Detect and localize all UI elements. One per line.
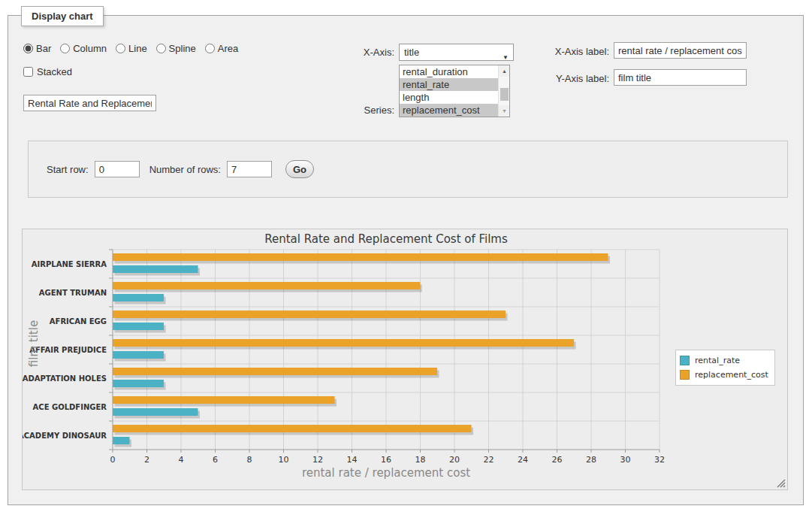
chart-type-label-bar: Bar	[36, 43, 51, 54]
series-option-rental-rate[interactable]: rental_rate	[400, 78, 498, 91]
chart-x-axis-title: rental rate / replacement cost	[113, 466, 660, 480]
svg-text:AIRPLANE SIERRA: AIRPLANE SIERRA	[32, 260, 107, 268]
chart-type-radio-spline[interactable]	[156, 44, 166, 53]
chart-type-radio-group: Bar Column Line Spline Area	[23, 43, 244, 54]
scroll-up-icon[interactable]: ▲	[499, 65, 510, 77]
svg-text:28: 28	[586, 455, 596, 465]
chart-type-label-spline: Spline	[169, 43, 196, 54]
x-axis-label-caption: X-Axis label:	[519, 46, 609, 57]
stacked-checkbox[interactable]	[23, 67, 33, 77]
x-axis-select-label: X-Axis:	[324, 47, 394, 58]
svg-text:22: 22	[484, 455, 494, 465]
svg-text:2: 2	[144, 455, 149, 465]
y-axis-label-caption: Y-Axis label:	[519, 73, 609, 84]
resize-grip[interactable]	[777, 479, 786, 488]
chart-y-axis-title: film title	[27, 268, 39, 419]
legend-label: rental_rate	[695, 356, 740, 365]
svg-text:24: 24	[518, 455, 528, 465]
stacked-label: Stacked	[37, 66, 72, 77]
chart-type-radio-area[interactable]	[205, 44, 215, 53]
bars	[113, 253, 610, 447]
number-of-rows-input[interactable]	[227, 161, 272, 177]
grid	[113, 250, 660, 450]
legend-entry-replacement-cost: replacement_cost	[680, 368, 768, 382]
svg-text:30: 30	[620, 455, 631, 465]
svg-text:4: 4	[179, 455, 184, 465]
svg-text:8: 8	[247, 455, 252, 465]
scrollbar-thumb[interactable]	[500, 88, 509, 101]
chevron-down-icon: ▼	[503, 50, 509, 65]
x-axis-label-input[interactable]	[614, 42, 747, 59]
start-row-label: Start row:	[47, 164, 89, 175]
series-option-length[interactable]: length	[400, 91, 498, 104]
chart-type-radio-line[interactable]	[116, 44, 125, 53]
series-option-replacement-cost[interactable]: replacement_cost	[400, 104, 498, 117]
svg-text:16: 16	[381, 455, 391, 465]
svg-text:14: 14	[347, 455, 358, 465]
number-of-rows-label: Number of rows:	[149, 164, 221, 175]
scroll-down-icon[interactable]: ▼	[499, 105, 510, 117]
chart-type-label-area: Area	[218, 43, 238, 54]
svg-text:AGENT TRUMAN: AGENT TRUMAN	[39, 289, 107, 297]
series-multiselect[interactable]: rental_duration rental_rate length repla…	[399, 65, 510, 117]
chart-container: Rental Rate and Replacement Cost of Film…	[22, 229, 788, 490]
chart-type-label-column: Column	[73, 43, 107, 54]
chart-type-radio-column[interactable]	[60, 44, 70, 53]
svg-text:20: 20	[449, 455, 460, 465]
svg-text:12: 12	[312, 455, 323, 465]
svg-text:AFFAIR PREJUDICE: AFFAIR PREJUDICE	[29, 346, 107, 354]
chart-type-label-line: Line	[128, 43, 147, 54]
legend-label: replacement_cost	[695, 370, 768, 380]
replacement-cost-swatch-icon	[680, 370, 690, 380]
series-list-label: Series:	[324, 105, 394, 116]
chart-title-input[interactable]	[23, 95, 156, 111]
display-chart-panel: Display chart Bar Column Line Spline Are…	[8, 15, 804, 505]
y-axis-label-input[interactable]	[614, 69, 747, 86]
svg-text:10: 10	[279, 455, 289, 465]
svg-text:18: 18	[415, 455, 426, 465]
bar-chart: AIRPLANE SIERRAAGENT TRUMANAFRICAN EGGAF…	[23, 229, 789, 491]
svg-text:ACE GOLDFINGER: ACE GOLDFINGER	[33, 403, 107, 411]
axes	[109, 250, 660, 453]
go-button[interactable]: Go	[285, 160, 314, 178]
series-list-scrollbar[interactable]: ▲ ▼	[498, 65, 509, 117]
x-axis-selected-value: title	[404, 47, 419, 58]
legend-entry-rental-rate: rental_rate	[680, 353, 768, 368]
svg-text:AFRICAN EGG: AFRICAN EGG	[50, 317, 107, 326]
svg-text:26: 26	[552, 455, 563, 465]
chart-legend: rental_rate replacement_cost	[675, 350, 775, 386]
x-tick-labels: 02468101214161820222426283032	[110, 455, 666, 465]
row-range-panel: Start row: Number of rows: Go	[28, 141, 788, 198]
chart-type-radio-bar[interactable]	[23, 44, 33, 53]
rental-rate-swatch-icon	[680, 356, 690, 365]
x-axis-select[interactable]: title ▼	[399, 44, 514, 61]
start-row-input[interactable]	[95, 161, 140, 177]
svg-text:0: 0	[110, 455, 116, 465]
series-option-rental-duration[interactable]: rental_duration	[400, 65, 498, 78]
stacked-checkbox-row: Stacked	[23, 66, 72, 77]
svg-text:ACADEMY DINOSAUR: ACADEMY DINOSAUR	[23, 432, 107, 440]
svg-text:6: 6	[213, 455, 218, 465]
svg-text:32: 32	[654, 455, 665, 465]
panel-title: Display chart	[21, 6, 104, 26]
